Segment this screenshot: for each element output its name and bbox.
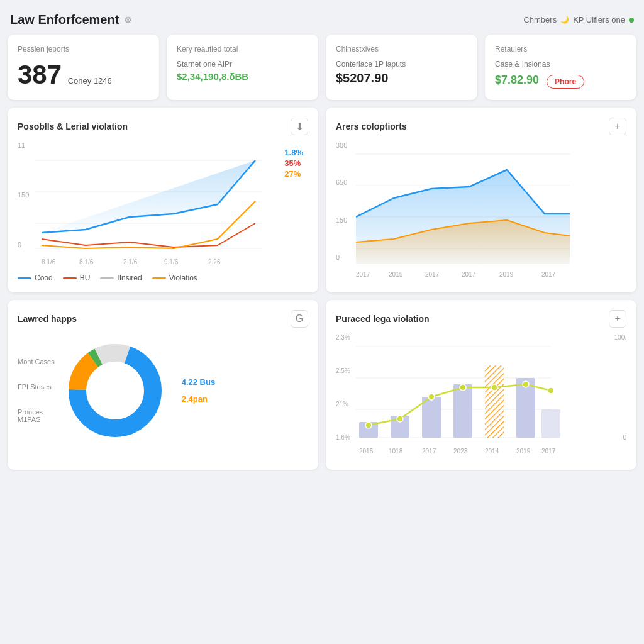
svg-point-39	[365, 422, 372, 428]
svg-text:2019: 2019	[516, 448, 531, 455]
chart-posoblls: Posoblls & Lerial violation ⬇ 11 150 0	[8, 108, 318, 292]
chart-header-1: Posoblls & Lerial violation ⬇	[18, 118, 308, 135]
card-chinestxives: Chinestxives Conteriace 1P laputs $5207.…	[326, 35, 477, 100]
svg-text:2017: 2017	[541, 271, 556, 278]
svg-text:8.1/6: 8.1/6	[42, 258, 56, 265]
chart-title-2: Arers coloptiorts	[336, 121, 407, 131]
status-dot	[629, 18, 634, 23]
chart-arers: Arers coloptiorts + 300 650 150 0	[326, 108, 636, 292]
top-cards-row: Pessien jeports 387 Coney 1246 Kery reau…	[8, 35, 636, 100]
card-label-chinestxives: Chinestxives	[336, 45, 467, 53]
svg-text:2015: 2015	[389, 271, 403, 278]
svg-text:2014: 2014	[485, 448, 499, 455]
svg-point-45	[548, 387, 554, 394]
card-label-retaulers: Retaulers	[495, 45, 626, 53]
chart-header-4: Puraced lega violation +	[336, 310, 626, 328]
card-pessien: Pessien jeports 387 Coney 1246	[8, 35, 159, 100]
svg-point-26	[87, 362, 143, 419]
svg-text:2023: 2023	[453, 448, 468, 455]
svg-rect-36	[485, 365, 504, 438]
donut-svg	[65, 340, 165, 441]
card-label-kery: Kery reautled total	[177, 45, 308, 53]
svg-text:2017: 2017	[356, 271, 370, 278]
svg-text:2017: 2017	[425, 271, 440, 278]
app-header: Law Enforfcement ⚙ Chmbers 🌙 KP Ulfiers …	[8, 8, 636, 35]
header-right: Chmbers 🌙 KP Ulfiers one	[523, 15, 634, 25]
card-body-retaulers: Case & Insionas	[495, 60, 626, 69]
card-value-kery: $2,34,190,8.δBB	[177, 71, 308, 82]
charts-row-2: Lawred happs G Mont Cases FPI Stoses Pro…	[8, 300, 636, 470]
donut-val-2: 2.4pan	[182, 394, 215, 404]
role-label: KP Ulfiers one	[573, 15, 625, 25]
svg-point-44	[523, 381, 529, 387]
chart-area-1: 11 150 0	[18, 142, 308, 267]
card-body-kery: Starnet one AIPr	[177, 60, 308, 69]
card-kery: Kery reautled total Starnet one AIPr $2,…	[167, 35, 318, 100]
chart-percentages: 1.8% 35% 27%	[284, 148, 303, 179]
legend-line-cood	[18, 277, 31, 279]
svg-text:1018: 1018	[389, 448, 403, 455]
legend-violatios: Violatios	[152, 274, 197, 282]
svg-point-40	[397, 416, 403, 422]
legend-cood: Cood	[18, 274, 53, 282]
chart-header-3: Lawred happs G	[18, 310, 308, 328]
chart-btn-4[interactable]: +	[609, 310, 626, 328]
bar-chart-svg: 2015 1018 2017 2023 2014 2019 2017	[356, 334, 582, 460]
svg-text:2017: 2017	[541, 448, 556, 455]
svg-rect-38	[541, 409, 560, 438]
card-label-pessien: Pessien jeports	[18, 45, 149, 53]
svg-rect-34	[453, 384, 472, 438]
legend-line-bu	[63, 277, 77, 279]
svg-text:2.1/6: 2.1/6	[123, 258, 138, 265]
card-price-chinestxives: $5207.90	[336, 71, 467, 86]
donut-legend: 4.22 Bus 2.4pan	[182, 377, 215, 404]
legend-bu: BU	[63, 274, 91, 282]
svg-text:2017: 2017	[422, 448, 436, 455]
chart-btn-3[interactable]: G	[291, 310, 308, 328]
svg-point-41	[428, 394, 435, 400]
area-chart-svg: 2017 2015 2017 2017 2019 2017	[356, 142, 595, 280]
svg-point-43	[491, 384, 497, 391]
card-price-retaulers: $7.82.90	[495, 74, 539, 87]
donut-container: Mont Cases FPI Stoses ProucesM1PAS 4.22 …	[18, 334, 308, 447]
chart-header-2: Arers coloptiorts +	[336, 118, 626, 135]
card-sub-pessien: Coney 1246	[68, 76, 112, 86]
legend-line-iinsired	[100, 277, 114, 279]
line-chart-svg-1: 8.1/6 8.1/6 2.1/6 9.1/6 2.26	[35, 142, 274, 267]
svg-text:2017: 2017	[462, 271, 476, 278]
chart-title-4: Puraced lega violation	[336, 314, 430, 324]
settings-icon[interactable]: ⚙	[124, 15, 132, 25]
svg-text:2015: 2015	[359, 448, 374, 455]
y-axis-2: 300 650 150 0	[336, 142, 355, 261]
phone-badge[interactable]: Phore	[547, 75, 584, 89]
title-text: Law Enforfcement	[10, 13, 119, 27]
donut-labels: Mont Cases FPI Stoses ProucesM1PAS	[18, 358, 55, 423]
svg-marker-4	[42, 160, 255, 233]
svg-rect-33	[422, 397, 441, 438]
chart-lawred: Lawred happs G Mont Cases FPI Stoses Pro…	[8, 300, 318, 470]
y-axis-left-4: 2.3% 2.5% 21% 1.6%	[336, 334, 355, 441]
svg-text:9.1/6: 9.1/6	[164, 258, 179, 265]
legend-line-violatios	[152, 277, 166, 279]
chart-title-1: Posoblls & Lerial violation	[18, 121, 128, 131]
y-axis-1: 11 150 0	[18, 142, 33, 248]
card-retaulers: Retaulers Case & Insionas $7.82.90 Phore	[485, 35, 636, 100]
chart-title-3: Lawred happs	[18, 314, 77, 324]
charts-row-1: Posoblls & Lerial violation ⬇ 11 150 0	[8, 108, 636, 292]
chart-puraced: Puraced lega violation + 2.3% 2.5% 21% 1…	[326, 300, 636, 470]
chart-btn-1[interactable]: ⬇	[291, 118, 308, 135]
svg-text:2019: 2019	[499, 271, 514, 278]
big-number-pessien: 387	[18, 60, 62, 89]
user-name: Chmbers	[523, 15, 557, 25]
card-body-chinestxives: Conteriace 1P laputs	[336, 60, 467, 69]
chart-area-2: 300 650 150 0	[336, 142, 626, 280]
legend-iinsired: IInsired	[100, 274, 142, 282]
svg-text:8.1/6: 8.1/6	[79, 258, 94, 265]
svg-text:2.26: 2.26	[208, 258, 221, 265]
chart-btn-2[interactable]: +	[609, 118, 626, 135]
donut-val-1: 4.22 Bus	[182, 377, 215, 387]
chart-area-4: 2.3% 2.5% 21% 1.6% 100. 0	[336, 334, 626, 460]
y-axis-right-4: 100. 0	[608, 334, 626, 441]
app-title: Law Enforfcement ⚙	[10, 13, 132, 27]
chart-legend-1: Cood BU IInsired Violatios	[18, 274, 308, 282]
